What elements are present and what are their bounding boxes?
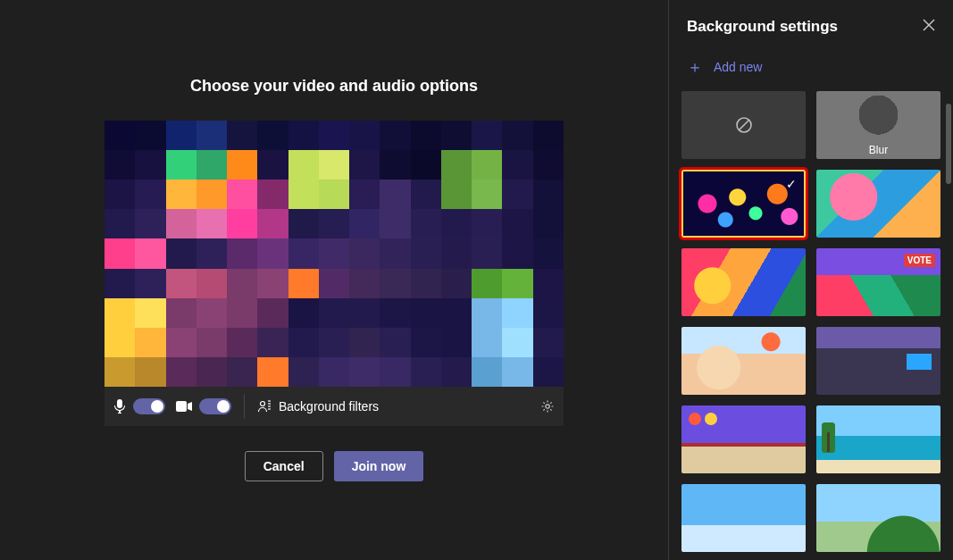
svg-rect-0: [176, 401, 187, 412]
background-settings-panel: Background settings ＋ Add new Blur ✓: [669, 0, 953, 560]
close-panel-button[interactable]: [923, 19, 935, 35]
background-filters-button[interactable]: Background filters: [257, 399, 379, 414]
background-tile-beach[interactable]: [816, 405, 940, 473]
background-tile-cafe[interactable]: [681, 327, 806, 395]
camera-icon: [176, 401, 192, 412]
background-tile-blur[interactable]: Blur: [816, 91, 940, 159]
add-new-background-button[interactable]: ＋ Add new: [669, 43, 953, 91]
microphone-icon: [113, 399, 126, 414]
plus-icon: ＋: [687, 59, 703, 75]
video-preview: [104, 121, 564, 387]
background-tile-none[interactable]: [681, 91, 806, 159]
panel-title: Background settings: [687, 18, 838, 36]
svg-point-1: [261, 402, 265, 406]
background-tile-hills[interactable]: [816, 484, 940, 552]
svg-line-10: [739, 121, 748, 130]
cancel-button[interactable]: Cancel: [245, 451, 323, 481]
svg-point-6: [546, 405, 549, 408]
panel-header: Background settings: [669, 0, 953, 43]
blur-label: Blur: [816, 144, 940, 156]
device-settings-button[interactable]: [540, 399, 555, 414]
background-tile-vote[interactable]: [816, 248, 940, 316]
check-icon: ✓: [786, 177, 797, 191]
background-tile-sky[interactable]: [681, 484, 806, 552]
microphone-toggle[interactable]: [133, 398, 165, 414]
video-preview-pixels: [104, 121, 564, 387]
background-filters-label: Background filters: [279, 399, 379, 414]
background-tile-living-room[interactable]: [816, 327, 940, 395]
background-tile-bokeh[interactable]: ✓: [681, 170, 806, 238]
join-now-button[interactable]: Join now: [334, 451, 424, 481]
device-controls-bar: Background filters: [104, 387, 564, 426]
background-tile-shelf[interactable]: [681, 405, 806, 473]
divider: [244, 394, 245, 419]
action-row: Cancel Join now: [245, 451, 424, 481]
background-tile-grid: Blur ✓: [669, 91, 953, 560]
camera-toggle[interactable]: [199, 398, 231, 414]
add-new-label: Add new: [714, 60, 762, 74]
person-blur-icon: [257, 399, 272, 414]
background-tile-abstract-pink[interactable]: [816, 170, 940, 238]
page-title: Choose your video and audio options: [190, 77, 478, 96]
prejoin-main: Choose your video and audio options Back…: [0, 0, 669, 560]
background-tile-abstract-hands[interactable]: [681, 248, 806, 316]
none-icon: [735, 116, 753, 134]
panel-scrollbar[interactable]: [946, 104, 951, 184]
